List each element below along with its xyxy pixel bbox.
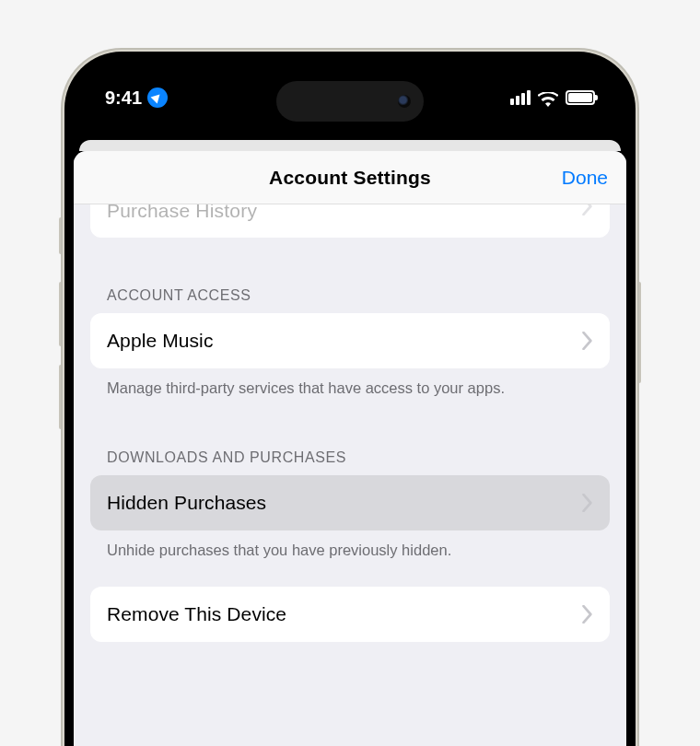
battery-icon: [566, 90, 595, 105]
downloads-purchases-footer: Unhide purchases that you have previousl…: [90, 530, 610, 560]
iphone-device: 9:41 Account Sett: [64, 52, 636, 746]
modal-header: Account Settings Done: [74, 151, 626, 204]
modal-sheet: Account Settings Done Purchase History A…: [74, 151, 626, 746]
remove-this-device-row[interactable]: Remove This Device: [90, 587, 610, 642]
mute-switch: [59, 217, 63, 254]
chevron-right-icon: [582, 494, 593, 512]
status-time: 9:41: [105, 87, 142, 109]
downloads-purchases-header: DOWNLOADS AND PURCHASES: [90, 449, 610, 475]
status-right: [510, 90, 595, 105]
wifi-icon: [538, 90, 558, 105]
power-button: [637, 282, 641, 383]
remove-this-device-label: Remove This Device: [107, 603, 286, 625]
screen: 9:41 Account Sett: [74, 61, 626, 746]
location-services-icon: [147, 87, 168, 108]
purchase-history-row[interactable]: Purchase History: [90, 204, 610, 238]
volume-down-button: [59, 365, 63, 429]
apple-music-label: Apple Music: [107, 330, 213, 352]
account-access-footer: Manage third-party services that have ac…: [90, 368, 610, 398]
chevron-right-icon: [582, 332, 593, 350]
background-sheet: [79, 140, 621, 151]
cellular-signal-icon: [510, 90, 531, 105]
volume-up-button: [59, 282, 63, 346]
front-camera: [398, 95, 411, 108]
modal-title: Account Settings: [269, 167, 431, 189]
chevron-right-icon: [582, 605, 593, 624]
scroll-content[interactable]: Purchase History ACCOUNT ACCESS Apple Mu…: [74, 204, 626, 642]
purchase-history-label: Purchase History: [107, 204, 257, 217]
account-access-header: ACCOUNT ACCESS: [90, 287, 610, 313]
chevron-right-icon: [582, 204, 593, 216]
hidden-purchases-label: Hidden Purchases: [107, 492, 266, 514]
dynamic-island: [276, 81, 424, 122]
phone-frame: 9:41 Account Sett: [64, 52, 636, 746]
status-left: 9:41: [105, 87, 168, 109]
hidden-purchases-row[interactable]: Hidden Purchases: [90, 475, 610, 530]
done-button[interactable]: Done: [562, 167, 608, 189]
apple-music-row[interactable]: Apple Music: [90, 313, 610, 368]
